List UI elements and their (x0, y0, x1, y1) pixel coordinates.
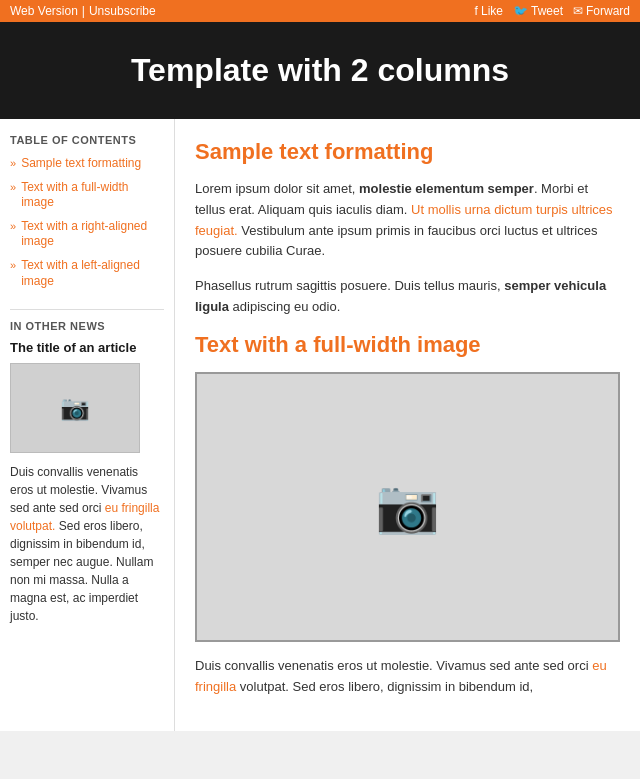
top-bar-right: f Like 🐦 Tweet ✉ Forward (475, 4, 630, 18)
section2-heading: Text with a full-width image (195, 332, 620, 358)
toc-label: TABLE OF CONTENTS (10, 134, 164, 146)
page-title: Template with 2 columns (20, 52, 620, 89)
forward-item: ✉ Forward (573, 4, 630, 18)
like-item: f Like (475, 4, 503, 18)
email-icon: ✉ (573, 4, 583, 18)
top-bar-left: Web Version | Unsubscribe (10, 4, 156, 18)
section2-after-image: Duis convallis venenatis eros ut molesti… (195, 656, 620, 698)
para1-link[interactable]: Ut mollis urna dictum turpis ultrices fe… (195, 202, 613, 238)
forward-link[interactable]: Forward (586, 4, 630, 18)
tweet-link[interactable]: Tweet (531, 4, 563, 18)
toc-item: » Text with a full-width image (10, 180, 164, 211)
section1-para1: Lorem ipsum dolor sit amet, molestie ele… (195, 179, 620, 262)
facebook-icon: f (475, 4, 478, 18)
toc-item: » Text with a left-aligned image (10, 258, 164, 289)
like-link[interactable]: Like (481, 4, 503, 18)
chevron-icon: » (10, 157, 16, 169)
toc-item: » Sample text formatting (10, 156, 164, 172)
toc-link-3[interactable]: Text with a right-aligned image (21, 219, 164, 250)
chevron-icon: » (10, 181, 16, 193)
main-layout: TABLE OF CONTENTS » Sample text formatti… (0, 119, 640, 731)
toc-list: » Sample text formatting » Text with a f… (10, 156, 164, 289)
twitter-icon: 🐦 (513, 4, 528, 18)
article-body: Duis convallis venenatis eros ut molesti… (10, 463, 164, 625)
camera-icon: 📷 (60, 394, 90, 422)
section1-heading: Sample text formatting (195, 139, 620, 165)
camera-icon-large: 📷 (375, 476, 440, 537)
content-area: Sample text formatting Lorem ipsum dolor… (175, 119, 640, 731)
full-width-image: 📷 (195, 372, 620, 642)
article-thumbnail: 📷 (10, 363, 140, 453)
unsubscribe-link[interactable]: Unsubscribe (89, 4, 156, 18)
toc-link-1[interactable]: Sample text formatting (21, 156, 141, 172)
header: Template with 2 columns (0, 22, 640, 119)
other-news-label: IN OTHER NEWS (10, 320, 164, 332)
chevron-icon: » (10, 259, 16, 271)
toc-item: » Text with a right-aligned image (10, 219, 164, 250)
article-title: The title of an article (10, 340, 164, 355)
content-link[interactable]: eu fringilla (195, 658, 607, 694)
top-bar: Web Version | Unsubscribe f Like 🐦 Tweet… (0, 0, 640, 22)
separator: | (82, 4, 85, 18)
article-link[interactable]: eu fringilla volutpat. (10, 501, 159, 533)
sidebar: TABLE OF CONTENTS » Sample text formatti… (0, 119, 175, 731)
sidebar-divider (10, 309, 164, 310)
section1-para2: Phasellus rutrum sagittis posuere. Duis … (195, 276, 620, 318)
toc-link-4[interactable]: Text with a left-aligned image (21, 258, 164, 289)
web-version-link[interactable]: Web Version (10, 4, 78, 18)
tweet-item: 🐦 Tweet (513, 4, 563, 18)
chevron-icon: » (10, 220, 16, 232)
toc-link-2[interactable]: Text with a full-width image (21, 180, 164, 211)
